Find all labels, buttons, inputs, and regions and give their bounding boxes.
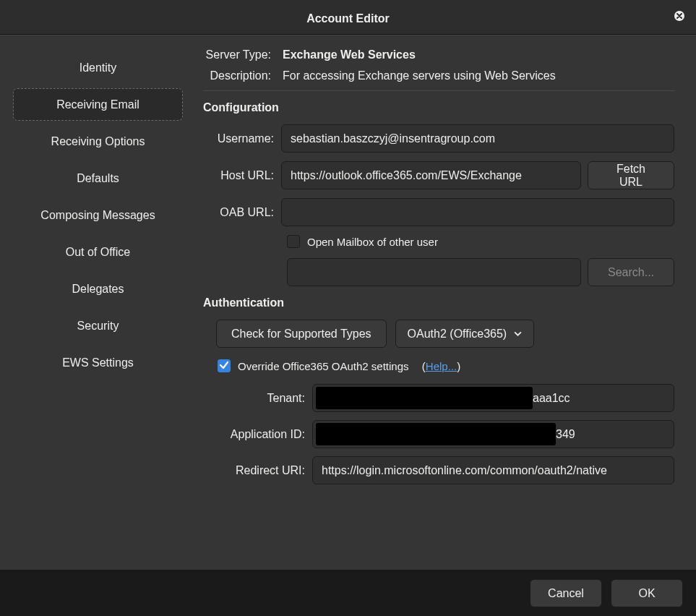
close-button[interactable]: [673, 10, 686, 23]
check-icon: [219, 360, 229, 372]
main-panel: Server Type: Exchange Web Services Descr…: [190, 41, 690, 564]
auth-method-dropdown[interactable]: OAuth2 (Office365): [395, 320, 535, 348]
search-button[interactable]: Search...: [588, 258, 674, 286]
cancel-button[interactable]: Cancel: [530, 579, 602, 607]
help-link[interactable]: Help...: [426, 360, 457, 372]
titlebar: Account Editor: [0, 0, 696, 35]
oab-url-label: OAB URL:: [203, 206, 281, 219]
help-paren: (Help...): [416, 360, 461, 372]
sidebar: Identity Receiving Email Receiving Optio…: [6, 41, 190, 564]
dialog-footer: Cancel OK: [530, 579, 683, 607]
application-id-label: Application ID:: [203, 428, 312, 441]
username-input[interactable]: [281, 124, 674, 153]
other-user-search-input[interactable]: [287, 258, 581, 286]
account-editor-window: Account Editor Identity Receiving Email …: [0, 0, 696, 616]
open-mailbox-label: Open Mailbox of other user: [307, 236, 438, 248]
sidebar-item-ews-settings[interactable]: EWS Settings: [13, 346, 183, 379]
check-supported-types-button[interactable]: Check for Supported Types: [216, 320, 387, 348]
fetch-url-button[interactable]: Fetch URL: [588, 161, 674, 189]
divider: [203, 90, 674, 91]
tenant-label: Tenant:: [203, 392, 312, 405]
sidebar-item-security[interactable]: Security: [13, 309, 183, 342]
tenant-suffix: aaa1cc: [533, 392, 570, 405]
window-title: Account Editor: [306, 12, 390, 25]
sidebar-item-receiving-email[interactable]: Receiving Email: [13, 88, 183, 121]
chevron-down-icon: [514, 328, 522, 341]
server-type-value: Exchange Web Services: [278, 48, 416, 61]
sidebar-item-out-of-office[interactable]: Out of Office: [13, 236, 183, 268]
sidebar-item-delegates[interactable]: Delegates: [13, 273, 183, 305]
description-value: For accessing Exchange servers using Web…: [278, 69, 556, 82]
server-type-label: Server Type:: [203, 48, 278, 61]
tenant-input[interactable]: aaa1cc: [312, 384, 674, 412]
content-area: Identity Receiving Email Receiving Optio…: [0, 35, 696, 570]
application-id-suffix: 349: [556, 428, 575, 441]
sidebar-item-identity[interactable]: Identity: [13, 51, 183, 84]
description-label: Description:: [203, 69, 278, 82]
authentication-heading: Authentication: [203, 296, 674, 309]
host-url-label: Host URL:: [203, 169, 281, 182]
open-mailbox-checkbox[interactable]: [287, 235, 300, 248]
override-oauth2-label: Override Office365 OAuth2 settings: [238, 360, 409, 372]
override-oauth2-checkbox[interactable]: [218, 359, 231, 372]
redirect-uri-label: Redirect URI:: [203, 464, 312, 477]
sidebar-item-composing-messages[interactable]: Composing Messages: [13, 199, 183, 231]
auth-method-value: OAuth2 (Office365): [408, 328, 507, 341]
username-label: Username:: [203, 132, 281, 145]
sidebar-item-defaults[interactable]: Defaults: [13, 162, 183, 194]
host-url-input[interactable]: [281, 161, 581, 189]
ok-button[interactable]: OK: [611, 579, 683, 607]
configuration-heading: Configuration: [203, 101, 674, 114]
redirect-uri-input[interactable]: [312, 456, 674, 484]
sidebar-item-receiving-options[interactable]: Receiving Options: [13, 125, 183, 158]
application-id-input[interactable]: 349: [312, 420, 674, 448]
close-icon: [674, 10, 685, 24]
oab-url-input[interactable]: [281, 198, 674, 226]
